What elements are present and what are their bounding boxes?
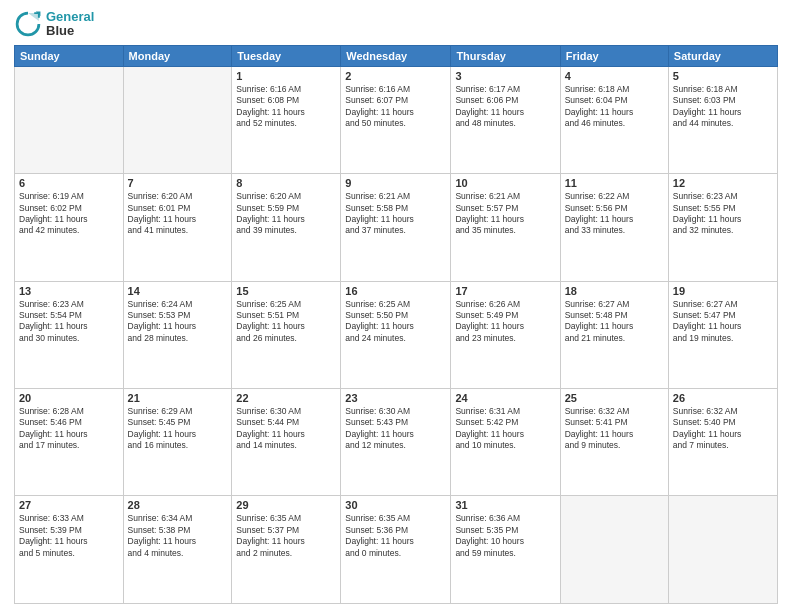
- day-info: Sunrise: 6:23 AM Sunset: 5:54 PM Dayligh…: [19, 299, 119, 345]
- calendar-cell: 10Sunrise: 6:21 AM Sunset: 5:57 PM Dayli…: [451, 174, 560, 281]
- day-number: 14: [128, 285, 228, 297]
- calendar-cell: 20Sunrise: 6:28 AM Sunset: 5:46 PM Dayli…: [15, 389, 124, 496]
- week-row-5: 27Sunrise: 6:33 AM Sunset: 5:39 PM Dayli…: [15, 496, 778, 604]
- day-info: Sunrise: 6:18 AM Sunset: 6:03 PM Dayligh…: [673, 84, 773, 130]
- calendar-cell: 3Sunrise: 6:17 AM Sunset: 6:06 PM Daylig…: [451, 66, 560, 173]
- calendar-cell: [15, 66, 124, 173]
- day-info: Sunrise: 6:36 AM Sunset: 5:35 PM Dayligh…: [455, 513, 555, 559]
- day-info: Sunrise: 6:21 AM Sunset: 5:57 PM Dayligh…: [455, 191, 555, 237]
- calendar-cell: [668, 496, 777, 604]
- calendar-cell: 15Sunrise: 6:25 AM Sunset: 5:51 PM Dayli…: [232, 281, 341, 388]
- day-info: Sunrise: 6:25 AM Sunset: 5:51 PM Dayligh…: [236, 299, 336, 345]
- day-number: 16: [345, 285, 446, 297]
- calendar-cell: 14Sunrise: 6:24 AM Sunset: 5:53 PM Dayli…: [123, 281, 232, 388]
- calendar-cell: 12Sunrise: 6:23 AM Sunset: 5:55 PM Dayli…: [668, 174, 777, 281]
- weekday-header-sunday: Sunday: [15, 45, 124, 66]
- calendar-cell: 24Sunrise: 6:31 AM Sunset: 5:42 PM Dayli…: [451, 389, 560, 496]
- calendar-cell: 31Sunrise: 6:36 AM Sunset: 5:35 PM Dayli…: [451, 496, 560, 604]
- day-info: Sunrise: 6:33 AM Sunset: 5:39 PM Dayligh…: [19, 513, 119, 559]
- weekday-header-row: SundayMondayTuesdayWednesdayThursdayFrid…: [15, 45, 778, 66]
- weekday-header-thursday: Thursday: [451, 45, 560, 66]
- calendar-cell: 18Sunrise: 6:27 AM Sunset: 5:48 PM Dayli…: [560, 281, 668, 388]
- calendar-cell: 16Sunrise: 6:25 AM Sunset: 5:50 PM Dayli…: [341, 281, 451, 388]
- day-number: 9: [345, 177, 446, 189]
- calendar-cell: 8Sunrise: 6:20 AM Sunset: 5:59 PM Daylig…: [232, 174, 341, 281]
- weekday-header-saturday: Saturday: [668, 45, 777, 66]
- day-number: 25: [565, 392, 664, 404]
- logo-icon: [14, 10, 42, 38]
- calendar-cell: [123, 66, 232, 173]
- day-info: Sunrise: 6:20 AM Sunset: 6:01 PM Dayligh…: [128, 191, 228, 237]
- day-info: Sunrise: 6:29 AM Sunset: 5:45 PM Dayligh…: [128, 406, 228, 452]
- day-number: 8: [236, 177, 336, 189]
- day-number: 5: [673, 70, 773, 82]
- week-row-4: 20Sunrise: 6:28 AM Sunset: 5:46 PM Dayli…: [15, 389, 778, 496]
- calendar-cell: 26Sunrise: 6:32 AM Sunset: 5:40 PM Dayli…: [668, 389, 777, 496]
- calendar-cell: 25Sunrise: 6:32 AM Sunset: 5:41 PM Dayli…: [560, 389, 668, 496]
- calendar-cell: 4Sunrise: 6:18 AM Sunset: 6:04 PM Daylig…: [560, 66, 668, 173]
- page: General Blue SundayMondayTuesdayWednesda…: [0, 0, 792, 612]
- day-number: 15: [236, 285, 336, 297]
- calendar-cell: 9Sunrise: 6:21 AM Sunset: 5:58 PM Daylig…: [341, 174, 451, 281]
- day-number: 24: [455, 392, 555, 404]
- calendar-cell: 23Sunrise: 6:30 AM Sunset: 5:43 PM Dayli…: [341, 389, 451, 496]
- calendar-cell: 30Sunrise: 6:35 AM Sunset: 5:36 PM Dayli…: [341, 496, 451, 604]
- day-info: Sunrise: 6:28 AM Sunset: 5:46 PM Dayligh…: [19, 406, 119, 452]
- calendar-cell: 6Sunrise: 6:19 AM Sunset: 6:02 PM Daylig…: [15, 174, 124, 281]
- day-info: Sunrise: 6:31 AM Sunset: 5:42 PM Dayligh…: [455, 406, 555, 452]
- day-info: Sunrise: 6:18 AM Sunset: 6:04 PM Dayligh…: [565, 84, 664, 130]
- day-number: 22: [236, 392, 336, 404]
- calendar-cell: 7Sunrise: 6:20 AM Sunset: 6:01 PM Daylig…: [123, 174, 232, 281]
- day-number: 20: [19, 392, 119, 404]
- day-number: 27: [19, 499, 119, 511]
- day-number: 28: [128, 499, 228, 511]
- calendar-cell: 5Sunrise: 6:18 AM Sunset: 6:03 PM Daylig…: [668, 66, 777, 173]
- day-number: 2: [345, 70, 446, 82]
- day-number: 11: [565, 177, 664, 189]
- weekday-header-friday: Friday: [560, 45, 668, 66]
- day-number: 10: [455, 177, 555, 189]
- calendar-cell: 13Sunrise: 6:23 AM Sunset: 5:54 PM Dayli…: [15, 281, 124, 388]
- day-info: Sunrise: 6:16 AM Sunset: 6:07 PM Dayligh…: [345, 84, 446, 130]
- day-info: Sunrise: 6:27 AM Sunset: 5:48 PM Dayligh…: [565, 299, 664, 345]
- day-number: 17: [455, 285, 555, 297]
- day-number: 13: [19, 285, 119, 297]
- week-row-2: 6Sunrise: 6:19 AM Sunset: 6:02 PM Daylig…: [15, 174, 778, 281]
- calendar-cell: 28Sunrise: 6:34 AM Sunset: 5:38 PM Dayli…: [123, 496, 232, 604]
- weekday-header-monday: Monday: [123, 45, 232, 66]
- day-info: Sunrise: 6:24 AM Sunset: 5:53 PM Dayligh…: [128, 299, 228, 345]
- day-info: Sunrise: 6:34 AM Sunset: 5:38 PM Dayligh…: [128, 513, 228, 559]
- day-number: 19: [673, 285, 773, 297]
- day-number: 29: [236, 499, 336, 511]
- day-number: 12: [673, 177, 773, 189]
- day-number: 18: [565, 285, 664, 297]
- day-number: 26: [673, 392, 773, 404]
- day-info: Sunrise: 6:35 AM Sunset: 5:36 PM Dayligh…: [345, 513, 446, 559]
- day-info: Sunrise: 6:22 AM Sunset: 5:56 PM Dayligh…: [565, 191, 664, 237]
- calendar-cell: 2Sunrise: 6:16 AM Sunset: 6:07 PM Daylig…: [341, 66, 451, 173]
- day-info: Sunrise: 6:20 AM Sunset: 5:59 PM Dayligh…: [236, 191, 336, 237]
- day-info: Sunrise: 6:21 AM Sunset: 5:58 PM Dayligh…: [345, 191, 446, 237]
- day-number: 7: [128, 177, 228, 189]
- day-info: Sunrise: 6:30 AM Sunset: 5:43 PM Dayligh…: [345, 406, 446, 452]
- day-info: Sunrise: 6:26 AM Sunset: 5:49 PM Dayligh…: [455, 299, 555, 345]
- calendar-cell: 22Sunrise: 6:30 AM Sunset: 5:44 PM Dayli…: [232, 389, 341, 496]
- day-number: 31: [455, 499, 555, 511]
- day-number: 23: [345, 392, 446, 404]
- day-info: Sunrise: 6:27 AM Sunset: 5:47 PM Dayligh…: [673, 299, 773, 345]
- weekday-header-tuesday: Tuesday: [232, 45, 341, 66]
- day-number: 1: [236, 70, 336, 82]
- weekday-header-wednesday: Wednesday: [341, 45, 451, 66]
- calendar-cell: 19Sunrise: 6:27 AM Sunset: 5:47 PM Dayli…: [668, 281, 777, 388]
- logo-text: General Blue: [46, 10, 94, 39]
- day-number: 3: [455, 70, 555, 82]
- header: General Blue: [14, 10, 778, 39]
- day-info: Sunrise: 6:19 AM Sunset: 6:02 PM Dayligh…: [19, 191, 119, 237]
- day-info: Sunrise: 6:32 AM Sunset: 5:40 PM Dayligh…: [673, 406, 773, 452]
- calendar-cell: 1Sunrise: 6:16 AM Sunset: 6:08 PM Daylig…: [232, 66, 341, 173]
- day-info: Sunrise: 6:23 AM Sunset: 5:55 PM Dayligh…: [673, 191, 773, 237]
- day-info: Sunrise: 6:32 AM Sunset: 5:41 PM Dayligh…: [565, 406, 664, 452]
- calendar-table: SundayMondayTuesdayWednesdayThursdayFrid…: [14, 45, 778, 604]
- calendar-cell: 17Sunrise: 6:26 AM Sunset: 5:49 PM Dayli…: [451, 281, 560, 388]
- week-row-3: 13Sunrise: 6:23 AM Sunset: 5:54 PM Dayli…: [15, 281, 778, 388]
